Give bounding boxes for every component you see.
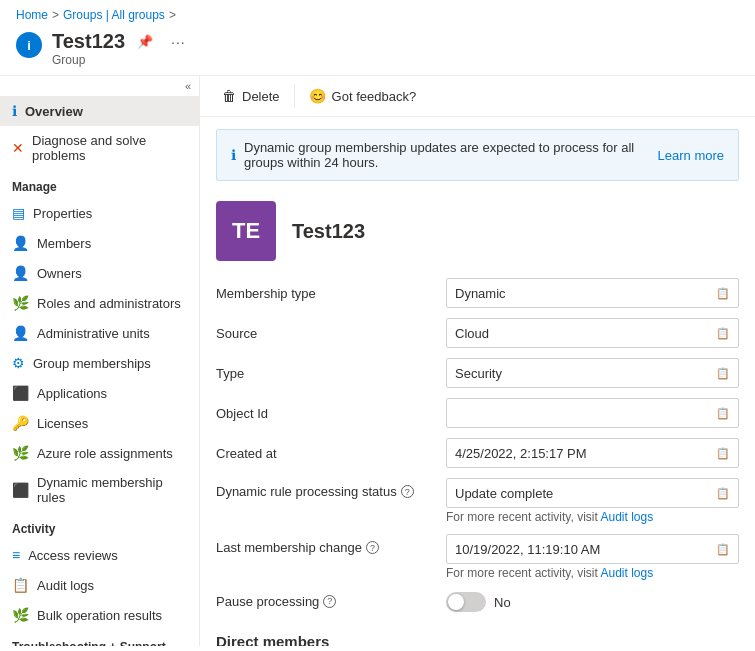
copy-last-membership-icon[interactable]: 📋 [716,543,730,556]
page-header: i Test123 📌 ··· Group [0,30,755,75]
sidebar-item-licenses[interactable]: 🔑 Licenses [0,408,199,438]
prop-row-pause-processing: Pause processing ? No [216,585,739,617]
last-membership-audit-link[interactable]: Audit logs [600,566,653,580]
copy-source-icon[interactable]: 📋 [716,327,730,340]
access-reviews-label: Access reviews [28,548,118,563]
owners-label: Owners [37,266,82,281]
toolbar-divider [294,84,295,108]
pause-toggle-thumb [448,594,464,610]
troubleshoot-section-label: Troubleshooting + Support [0,630,199,646]
page-subtitle: Group [52,53,192,67]
info-circle-dynamic-status[interactable]: ? [401,485,414,498]
copy-type-icon[interactable]: 📋 [716,367,730,380]
content-area: 🗑 Delete 😊 Got feedback? ℹ Dynamic group… [200,76,755,646]
licenses-icon: 🔑 [12,415,29,431]
copy-membership-type-icon[interactable]: 📋 [716,287,730,300]
sidebar-item-dynamic-rules[interactable]: ⬛ Dynamic membership rules [0,468,199,512]
delete-label: Delete [242,89,280,104]
page-header-icon: i [16,32,42,58]
copy-created-at-icon[interactable]: 📋 [716,447,730,460]
info-banner-icon: ℹ [231,147,236,163]
more-button[interactable]: ··· [165,32,192,52]
azure-role-label: Azure role assignments [37,446,173,461]
delete-button[interactable]: 🗑 Delete [212,82,290,110]
prop-value-source: Cloud [455,326,716,341]
copy-dynamic-status-icon[interactable]: 📋 [716,487,730,500]
prop-label-dynamic-status: Dynamic rule processing status ? [216,478,446,499]
info-circle-pause[interactable]: ? [323,595,336,608]
dynamic-rules-label: Dynamic membership rules [37,475,187,505]
dynamic-status-audit-link[interactable]: Audit logs [600,510,653,524]
prop-label-object-id: Object Id [216,406,446,421]
diagnose-icon: ✕ [12,140,24,156]
breadcrumb-sep1: > [52,8,59,22]
info-banner-text: Dynamic group membership updates are exp… [244,140,650,170]
owners-icon: 👤 [12,265,29,281]
group-header: TE Test123 [200,189,755,269]
roles-label: Roles and administrators [37,296,181,311]
applications-label: Applications [37,386,107,401]
sidebar-item-owners[interactable]: 👤 Owners [0,258,199,288]
sidebar: « ℹ Overview ✕ Diagnose and solve proble… [0,76,200,646]
sidebar-item-properties[interactable]: ▤ Properties [0,198,199,228]
sidebar-item-overview[interactable]: ℹ Overview [0,96,199,126]
prop-label-source: Source [216,326,446,341]
sidebar-item-diagnose[interactable]: ✕ Diagnose and solve problems [0,126,199,170]
group-name: Test123 [292,220,365,243]
direct-members-section: Direct members 🌐 687 Total 👥 687 User(s)… [200,621,755,646]
copy-object-id-icon[interactable]: 📋 [716,407,730,420]
dynamic-rules-icon: ⬛ [12,482,29,498]
prop-label-created-at: Created at [216,446,446,461]
audit-logs-icon: 📋 [12,577,29,593]
prop-label-type: Type [216,366,446,381]
delete-icon: 🗑 [222,88,236,104]
group-avatar: TE [216,201,276,261]
main-layout: « ℹ Overview ✕ Diagnose and solve proble… [0,75,755,646]
members-label: Members [37,236,91,251]
sidebar-item-group-memberships[interactable]: ⚙ Group memberships [0,348,199,378]
breadcrumb: Home > Groups | All groups > [0,0,755,30]
last-membership-sub-note: For more recent activity, visit Audit lo… [446,566,739,580]
audit-logs-label: Audit logs [37,578,94,593]
admin-units-label: Administrative units [37,326,150,341]
pin-button[interactable]: 📌 [133,32,157,51]
prop-value-membership-type: Dynamic [455,286,716,301]
prop-row-created-at: Created at 4/25/2022, 2:15:17 PM 📋 [216,433,739,473]
feedback-label: Got feedback? [332,89,417,104]
prop-label-pause-processing: Pause processing ? [216,594,446,609]
direct-members-title: Direct members [216,625,739,646]
diagnose-label: Diagnose and solve problems [32,133,187,163]
prop-value-created-at: 4/25/2022, 2:15:17 PM [455,446,716,461]
sidebar-item-admin-units[interactable]: 👤 Administrative units [0,318,199,348]
breadcrumb-home[interactable]: Home [16,8,48,22]
members-icon: 👤 [12,235,29,251]
sidebar-item-roles-admins[interactable]: 🌿 Roles and administrators [0,288,199,318]
breadcrumb-sep2: > [169,8,176,22]
sidebar-item-audit-logs[interactable]: 📋 Audit logs [0,570,199,600]
toolbar: 🗑 Delete 😊 Got feedback? [200,76,755,117]
pause-toggle[interactable] [446,592,486,612]
sidebar-collapse[interactable]: « [0,76,199,96]
prop-value-last-membership: 10/19/2022, 11:19:10 AM [455,542,716,557]
breadcrumb-groups[interactable]: Groups | All groups [63,8,165,22]
access-reviews-icon: ≡ [12,547,20,563]
prop-label-last-membership: Last membership change ? [216,534,446,555]
sidebar-item-bulk-ops[interactable]: 🌿 Bulk operation results [0,600,199,630]
prop-row-object-id: Object Id 📋 [216,393,739,433]
admin-units-icon: 👤 [12,325,29,341]
sidebar-item-access-reviews[interactable]: ≡ Access reviews [0,540,199,570]
sidebar-item-applications[interactable]: ⬛ Applications [0,378,199,408]
info-banner: ℹ Dynamic group membership updates are e… [216,129,739,181]
info-banner-link[interactable]: Learn more [658,148,724,163]
feedback-button[interactable]: 😊 Got feedback? [299,82,427,110]
prop-row-last-membership: Last membership change ? 10/19/2022, 11:… [216,529,739,585]
sidebar-item-members[interactable]: 👤 Members [0,228,199,258]
prop-row-source: Source Cloud 📋 [216,313,739,353]
sidebar-item-azure-role[interactable]: 🌿 Azure role assignments [0,438,199,468]
roles-icon: 🌿 [12,295,29,311]
properties-label: Properties [33,206,92,221]
prop-row-type: Type Security 📋 [216,353,739,393]
group-memberships-icon: ⚙ [12,355,25,371]
prop-row-membership-type: Membership type Dynamic 📋 [216,273,739,313]
info-circle-last-membership[interactable]: ? [366,541,379,554]
